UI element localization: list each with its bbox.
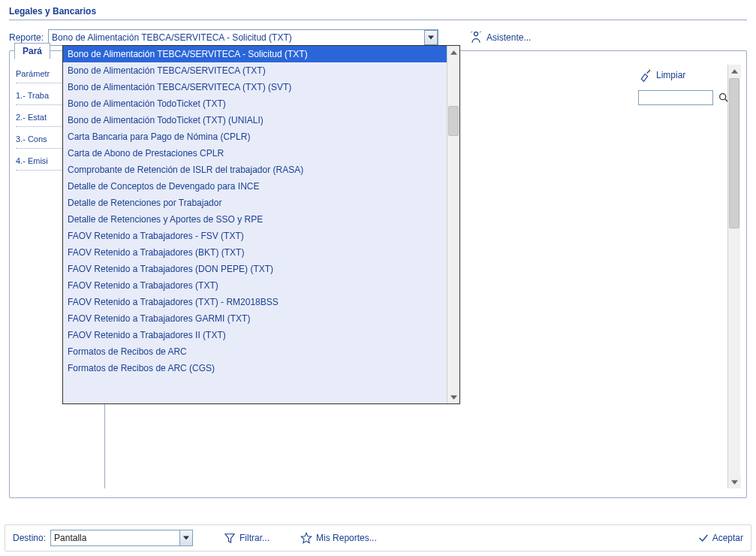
mis-reportes-label: Mis Reportes... (316, 533, 377, 543)
dropdown-option[interactable]: Carta de Abono de Prestaciones CPLR (63, 145, 447, 162)
destino-value: Pantalla (54, 533, 86, 543)
aceptar-label: Aceptar (712, 533, 743, 543)
dropdown-option[interactable]: Detalle de Retenciones por Trabajador (63, 195, 447, 211)
chevron-down-icon[interactable] (424, 30, 438, 45)
limpiar-label: Limpiar (656, 70, 685, 80)
scroll-up-icon[interactable] (728, 65, 741, 77)
dropdown-option[interactable]: FAOV Retenido a Trabajadores (TXT) - RM2… (63, 294, 447, 310)
dropdown-option[interactable]: Bono de Alimentación TEBCA/SERVITECA (TX… (63, 79, 447, 95)
dropdown-option[interactable]: FAOV Retenido a Trabajadores (BKT) (TXT) (63, 244, 447, 261)
asistente-label: Asistente... (486, 32, 531, 43)
scroll-thumb[interactable] (729, 78, 739, 228)
chevron-down-icon[interactable] (179, 530, 192, 545)
filtrar-button[interactable]: Filtrar... (223, 531, 270, 545)
wizard-icon (468, 30, 483, 45)
destino-select[interactable]: Pantalla (50, 530, 193, 546)
tab-parametros[interactable]: Pará (14, 43, 50, 59)
dropdown-option[interactable]: FAOV Retenido a Trabajadores - FSV (TXT) (63, 228, 447, 244)
report-dropdown[interactable]: Bono de Alimentación TEBCA/SERVITECA - S… (62, 45, 460, 404)
report-select-text: Bono de Alimentación TEBCA/SERVITECA - S… (52, 32, 424, 43)
dropdown-list: Bono de Alimentación TEBCA/SERVITECA - S… (63, 46, 447, 403)
dropdown-option[interactable]: Bono de Alimentación TEBCA/SERVITECA - S… (63, 46, 447, 62)
mis-reportes-button[interactable]: Mis Reportes... (300, 531, 377, 545)
limpiar-button[interactable]: Limpiar (638, 68, 736, 83)
dropdown-option[interactable]: Comprobante de Retención de ISLR del tra… (63, 162, 447, 178)
star-icon (300, 531, 313, 545)
scroll-thumb[interactable] (448, 106, 459, 136)
section-header: Legales y Bancarios (0, 0, 756, 23)
dropdown-option[interactable]: Formatos de Recibos de ARC (63, 343, 447, 360)
dropdown-option[interactable]: Carta Bancaria para Pago de Nómina (CPLR… (63, 128, 447, 145)
scroll-up-icon[interactable] (447, 46, 460, 59)
svg-point-1 (720, 94, 726, 100)
report-label: Reporte: (9, 32, 44, 43)
section-rule (9, 20, 747, 20)
dropdown-option[interactable]: Detalle de Conceptos de Devengado para I… (63, 178, 447, 195)
aceptar-button[interactable]: Aceptar (697, 532, 743, 544)
scroll-down-icon[interactable] (728, 476, 741, 488)
dropdown-option[interactable]: FAOV Retenido a Trabajadores (TXT) (63, 277, 447, 294)
section-title: Legales y Bancarios (9, 6, 96, 18)
svg-point-0 (474, 32, 478, 36)
bottom-bar: Destino: Pantalla Filtrar... Mis Reporte… (5, 524, 751, 551)
dropdown-option[interactable]: FAOV Retenido a Trabajadores II (TXT) (63, 327, 447, 343)
scroll-down-icon[interactable] (447, 391, 460, 403)
app-root: Legales y Bancarios Reporte: Bono de Ali… (0, 0, 756, 556)
destino-label: Destino: (13, 533, 46, 543)
dropdown-option[interactable]: FAOV Retenido a Trabajadores (DON PEPE) … (63, 261, 447, 277)
filtrar-label: Filtrar... (239, 533, 270, 543)
dropdown-option[interactable]: FAOV Retenido a Trabajadores GARMI (TXT) (63, 310, 447, 327)
dropdown-option[interactable]: Bono de Alimentación TodoTicket (TXT) (U… (63, 112, 447, 128)
panel-scrollbar[interactable] (727, 65, 740, 488)
asistente-button[interactable]: Asistente... (468, 30, 531, 45)
filter-icon (223, 531, 236, 545)
report-select[interactable]: Bono de Alimentación TEBCA/SERVITECA - S… (48, 29, 438, 46)
dropdown-option[interactable]: Formatos de Recibos de ARC (CGS) (63, 360, 447, 376)
check-icon (697, 532, 709, 544)
search-row (638, 90, 736, 105)
dropdown-option[interactable]: Detalle de Retenciones y Aportes de SSO … (63, 211, 447, 228)
right-tools: Limpiar (638, 68, 736, 105)
dropdown-option[interactable]: Bono de Alimentación TodoTicket (TXT) (63, 95, 447, 112)
dropdown-scrollbar[interactable] (447, 46, 459, 403)
clean-icon (638, 68, 653, 83)
search-input[interactable] (638, 90, 713, 105)
dropdown-option[interactable]: Bono de Alimentación TEBCA/SERVITECA (TX… (63, 62, 447, 79)
